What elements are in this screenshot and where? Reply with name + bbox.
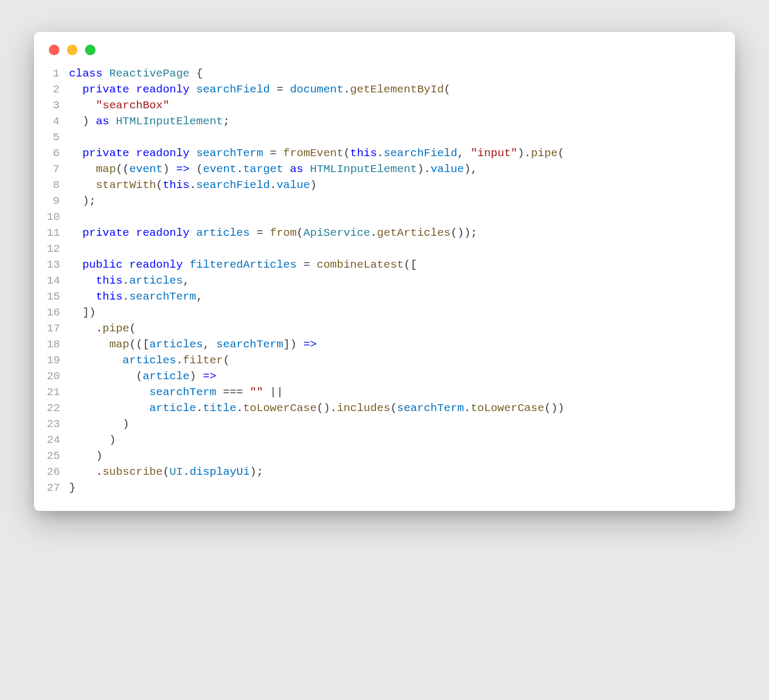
code-content[interactable]: "searchBox" <box>69 98 722 114</box>
code-line[interactable]: 3 "searchBox" <box>47 98 722 114</box>
code-content[interactable]: private readonly searchField = document.… <box>69 82 722 98</box>
code-content[interactable]: class ReactivePage { <box>69 66 722 82</box>
line-number: 3 <box>47 98 69 114</box>
code-line[interactable]: 24 ) <box>47 432 722 448</box>
code-line[interactable]: 5 <box>47 130 722 146</box>
code-line[interactable]: 9 ); <box>47 193 722 209</box>
code-content[interactable]: searchTerm === "" || <box>69 385 722 400</box>
code-line[interactable]: 19 articles.filter( <box>47 353 722 369</box>
code-content[interactable] <box>69 241 722 257</box>
code-content[interactable]: this.searchTerm, <box>69 289 722 305</box>
code-line[interactable]: 2 private readonly searchField = documen… <box>47 82 722 98</box>
code-content[interactable]: .subscribe(UI.displayUi); <box>69 464 722 480</box>
line-number: 26 <box>47 464 69 480</box>
code-content[interactable]: .pipe( <box>69 321 722 337</box>
code-content[interactable]: (article) => <box>69 369 722 385</box>
line-number: 6 <box>47 146 69 161</box>
code-content[interactable]: public readonly filteredArticles = combi… <box>69 257 722 273</box>
code-content[interactable]: this.articles, <box>69 273 722 289</box>
line-number: 13 <box>47 257 69 273</box>
line-number: 25 <box>47 448 69 464</box>
code-editor[interactable]: 1class ReactivePage {2 private readonly … <box>47 66 722 496</box>
code-content[interactable]: private readonly searchTerm = fromEvent(… <box>69 146 722 161</box>
code-content[interactable]: startWith(this.searchField.value) <box>69 177 722 193</box>
code-line[interactable]: 11 private readonly articles = from(ApiS… <box>47 225 722 241</box>
code-line[interactable]: 16 ]) <box>47 305 722 321</box>
line-number: 27 <box>47 480 69 496</box>
code-window: 1class ReactivePage {2 private readonly … <box>34 32 735 511</box>
code-line[interactable]: 8 startWith(this.searchField.value) <box>47 177 722 193</box>
line-number: 12 <box>47 241 69 257</box>
code-line[interactable]: 15 this.searchTerm, <box>47 289 722 305</box>
line-number: 24 <box>47 432 69 448</box>
code-content[interactable] <box>69 209 722 225</box>
code-content[interactable]: ) <box>69 448 722 464</box>
line-number: 23 <box>47 416 69 432</box>
code-line[interactable]: 12 <box>47 241 722 257</box>
line-number: 11 <box>47 225 69 241</box>
line-number: 22 <box>47 400 69 416</box>
code-content[interactable] <box>69 130 722 146</box>
line-number: 16 <box>47 305 69 321</box>
code-content[interactable]: ]) <box>69 305 722 321</box>
code-line[interactable]: 21 searchTerm === "" || <box>47 385 722 400</box>
code-line[interactable]: 7 map((event) => (event.target as HTMLIn… <box>47 161 722 177</box>
code-line[interactable]: 14 this.articles, <box>47 273 722 289</box>
maximize-icon[interactable] <box>85 45 96 55</box>
line-number: 14 <box>47 273 69 289</box>
line-number: 10 <box>47 209 69 225</box>
line-number: 20 <box>47 369 69 385</box>
line-number: 19 <box>47 353 69 369</box>
line-number: 7 <box>47 161 69 177</box>
code-content[interactable]: } <box>69 480 722 496</box>
code-line[interactable]: 18 map(([articles, searchTerm]) => <box>47 337 722 353</box>
code-line[interactable]: 26 .subscribe(UI.displayUi); <box>47 464 722 480</box>
traffic-lights <box>47 45 722 55</box>
code-line[interactable]: 1class ReactivePage { <box>47 66 722 82</box>
code-content[interactable]: map((event) => (event.target as HTMLInpu… <box>69 161 722 177</box>
code-line[interactable]: 6 private readonly searchTerm = fromEven… <box>47 146 722 161</box>
code-line[interactable]: 22 article.title.toLowerCase().includes(… <box>47 400 722 416</box>
line-number: 21 <box>47 385 69 400</box>
code-line[interactable]: 27} <box>47 480 722 496</box>
line-number: 1 <box>47 66 69 82</box>
code-line[interactable]: 13 public readonly filteredArticles = co… <box>47 257 722 273</box>
line-number: 18 <box>47 337 69 353</box>
code-line[interactable]: 4 ) as HTMLInputElement; <box>47 114 722 130</box>
line-number: 9 <box>47 193 69 209</box>
line-number: 17 <box>47 321 69 337</box>
code-content[interactable]: ) <box>69 416 722 432</box>
code-content[interactable]: article.title.toLowerCase().includes(sea… <box>69 400 722 416</box>
code-line[interactable]: 10 <box>47 209 722 225</box>
line-number: 4 <box>47 114 69 130</box>
code-content[interactable]: ) <box>69 432 722 448</box>
line-number: 5 <box>47 130 69 146</box>
line-number: 8 <box>47 177 69 193</box>
code-line[interactable]: 17 .pipe( <box>47 321 722 337</box>
code-line[interactable]: 25 ) <box>47 448 722 464</box>
line-number: 2 <box>47 82 69 98</box>
code-content[interactable]: map(([articles, searchTerm]) => <box>69 337 722 353</box>
code-content[interactable]: ); <box>69 193 722 209</box>
code-content[interactable]: private readonly articles = from(ApiServ… <box>69 225 722 241</box>
code-content[interactable]: articles.filter( <box>69 353 722 369</box>
code-line[interactable]: 20 (article) => <box>47 369 722 385</box>
line-number: 15 <box>47 289 69 305</box>
minimize-icon[interactable] <box>67 45 78 55</box>
code-line[interactable]: 23 ) <box>47 416 722 432</box>
code-content[interactable]: ) as HTMLInputElement; <box>69 114 722 130</box>
close-icon[interactable] <box>49 45 59 55</box>
